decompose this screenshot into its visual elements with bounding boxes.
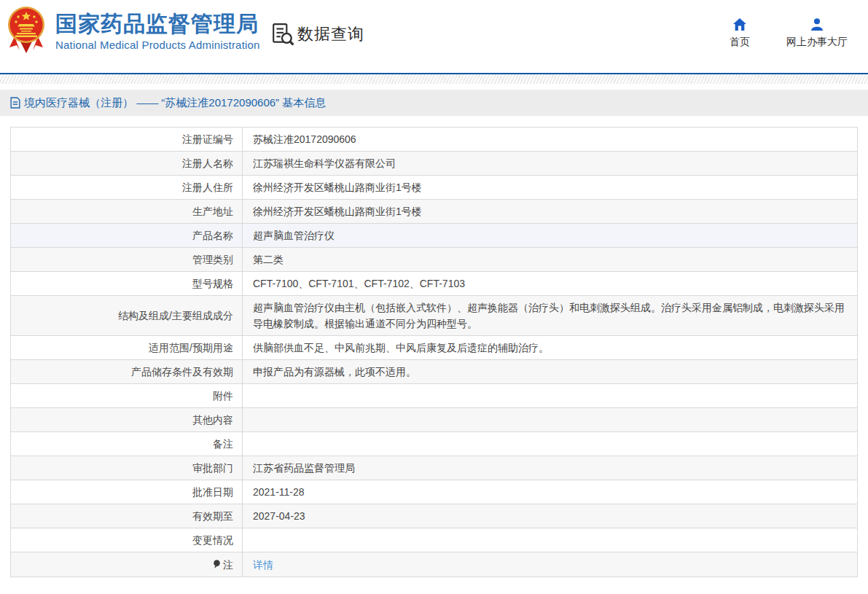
row-value: 超声脑血管治疗仪	[243, 224, 857, 247]
table-row: 结构及组成/主要组成成分超声脑血管治疗仪由主机（包括嵌入式软件）、超声换能器（治…	[11, 296, 857, 336]
org-name-en: National Medical Products Administration	[55, 39, 260, 51]
document-icon	[10, 97, 20, 109]
table-row: 注册人住所徐州经济开发区蟠桃山路商业街1号楼	[11, 176, 857, 200]
row-value	[243, 408, 857, 431]
breadcrumb: 境内医疗器械（注册） —— “苏械注准20172090606” 基本信息	[0, 90, 868, 116]
row-value	[243, 432, 857, 456]
table-row: 备注	[11, 432, 857, 456]
row-label: 注册人名称	[11, 152, 243, 175]
table-row: 生产地址徐州经济开发区蟠桃山路商业街1号楼	[11, 200, 857, 224]
table-row: 管理类别第二类	[11, 248, 857, 272]
row-value: 苏械注准20172090606	[243, 128, 857, 151]
data-query-section-link[interactable]: 数据查询	[271, 23, 364, 46]
row-label: 型号规格	[11, 272, 243, 295]
row-value	[243, 528, 857, 552]
detail-link[interactable]: 详情	[253, 557, 273, 573]
row-value: 江苏省药品监督管理局	[243, 456, 857, 480]
table-row: 产品名称超声脑血管治疗仪	[11, 224, 857, 248]
nav-hall-label: 网上办事大厅	[786, 36, 848, 49]
row-value: 徐州经济开发区蟠桃山路商业街1号楼	[243, 176, 857, 199]
table-row: 其他内容	[11, 408, 857, 432]
row-label: 其他内容	[11, 408, 243, 431]
row-value: 超声脑血管治疗仪由主机（包括嵌入式软件）、超声换能器（治疗头）和电刺激探头组成。…	[243, 296, 857, 335]
table-row: 注册人名称江苏瑞祺生命科学仪器有限公司	[11, 152, 857, 176]
row-label: 注册证编号	[11, 128, 243, 151]
row-value	[243, 384, 857, 407]
national-emblem-icon	[7, 6, 45, 54]
row-value: 详情	[243, 552, 857, 577]
row-value: CFT-7100、CFT-7101、CFT-7102、CFT-7103	[243, 272, 857, 295]
table-row: 批准日期2021-11-28	[11, 480, 857, 504]
site-header: 国家药品监督管理局 National Medical Products Admi…	[0, 0, 868, 73]
row-label: 产品储存条件及有效期	[11, 360, 243, 383]
row-label: 批准日期	[11, 480, 243, 504]
nav-home-label: 首页	[730, 36, 750, 49]
table-row: 注册证编号苏械注准20172090606	[11, 128, 857, 152]
row-label: 注	[11, 552, 243, 577]
row-label: 变更情况	[11, 528, 243, 552]
row-value: 江苏瑞祺生命科学仪器有限公司	[243, 152, 857, 175]
table-row: 变更情况	[11, 528, 857, 552]
row-label: 有效期至	[11, 504, 243, 528]
page: 国家药品监督管理局 National Medical Products Admi…	[0, 0, 868, 594]
row-label: 管理类别	[11, 248, 243, 271]
row-label: 备注	[11, 432, 243, 456]
table-row: 附件	[11, 384, 857, 408]
row-value: 徐州经济开发区蟠桃山路商业街1号楼	[243, 200, 857, 223]
home-icon	[733, 17, 746, 31]
row-value: 供脑部供血不足、中风前兆期、中风后康复及后遗症的辅助治疗。	[243, 336, 857, 359]
header-nav: 首页 网上办事大厅	[730, 17, 848, 49]
user-icon	[810, 17, 824, 31]
nav-item-home[interactable]: 首页	[730, 17, 750, 49]
table-row: 型号规格CFT-7100、CFT-7101、CFT-7102、CFT-7103	[11, 272, 857, 296]
diagonal-stripe-band	[0, 74, 868, 84]
nav-item-service-hall[interactable]: 网上办事大厅	[786, 17, 848, 49]
table-row: 有效期至2027-04-23	[11, 504, 857, 528]
table-row: 审批部门江苏省药品监督管理局	[11, 456, 857, 480]
data-query-label: 数据查询	[297, 23, 364, 45]
row-label: 结构及组成/主要组成成分	[11, 296, 243, 335]
lamp-note-icon	[213, 560, 221, 569]
table-row: 适用范围/预期用途供脑部供血不足、中风前兆期、中风后康复及后遗症的辅助治疗。	[11, 336, 857, 360]
row-value: 2021-11-28	[243, 480, 857, 504]
row-label: 注册人住所	[11, 176, 243, 199]
breadcrumb-text: 境内医疗器械（注册） —— “苏械注准20172090606” 基本信息	[24, 96, 326, 110]
row-label: 附件	[11, 384, 243, 407]
row-value: 2027-04-23	[243, 504, 857, 528]
row-value: 申报产品为有源器械，此项不适用。	[243, 360, 857, 383]
document-search-icon	[271, 23, 294, 46]
nmpa-logo-link[interactable]: 国家药品监督管理局 National Medical Products Admi…	[7, 6, 260, 54]
info-table: 注册证编号苏械注准20172090606注册人名称江苏瑞祺生命科学仪器有限公司注…	[10, 127, 858, 577]
row-label: 审批部门	[11, 456, 243, 480]
table-row: 注详情	[11, 552, 857, 577]
row-label: 生产地址	[11, 200, 243, 223]
table-row: 产品储存条件及有效期申报产品为有源器械，此项不适用。	[11, 360, 857, 384]
row-value: 第二类	[243, 248, 857, 271]
org-name: 国家药品监督管理局	[55, 12, 260, 36]
row-label: 产品名称	[11, 224, 243, 247]
row-label: 适用范围/预期用途	[11, 336, 243, 359]
org-titles: 国家药品监督管理局 National Medical Products Admi…	[55, 6, 260, 51]
